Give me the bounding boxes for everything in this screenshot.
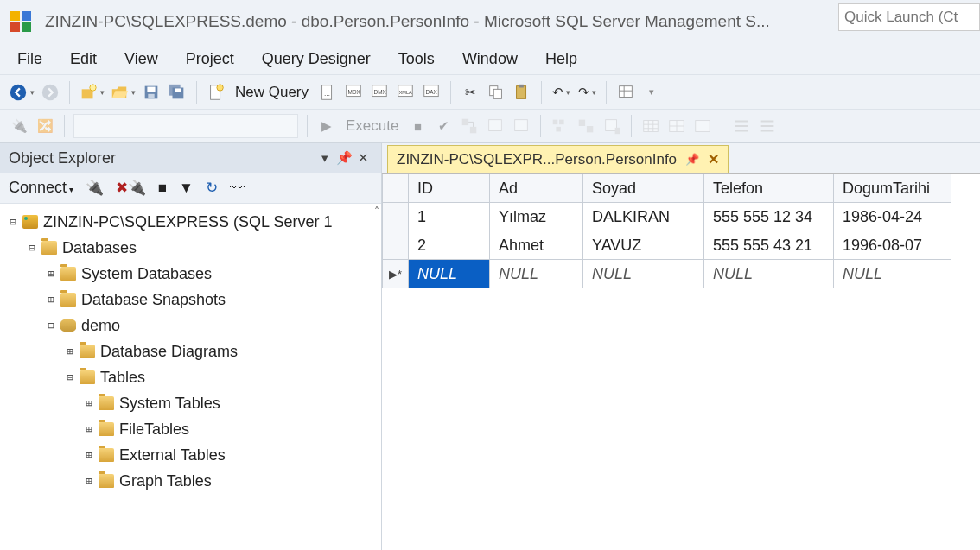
grid-new-row[interactable]: ▶* NULL NULL NULL NULL NULL xyxy=(383,260,951,288)
tree-server-node[interactable]: ZINZIN-PC\SQLEXPRESS (SQL Server 1 xyxy=(0,209,381,235)
panel-pin-icon[interactable]: 📌 xyxy=(334,150,353,166)
plan-icon-1 xyxy=(459,114,480,138)
menu-help[interactable]: Help xyxy=(533,47,589,72)
tree-external-tables-node[interactable]: External Tables xyxy=(0,442,381,468)
grid-corner xyxy=(383,174,409,203)
undo-button[interactable]: ↶ xyxy=(550,80,571,104)
change-connection-icon: 🔀 xyxy=(35,114,55,138)
menu-query-designer[interactable]: Query Designer xyxy=(250,47,383,72)
cell[interactable]: DALKIRAN xyxy=(583,203,704,231)
tree-graph-tables-node[interactable]: Graph Tables xyxy=(0,468,381,494)
tab-close-icon[interactable]: ✕ xyxy=(708,151,719,168)
nav-back-button[interactable] xyxy=(9,80,35,104)
col-header-dogumtarihi[interactable]: DogumTarihi xyxy=(834,174,951,203)
properties-button[interactable] xyxy=(615,80,636,104)
toolbar-main: New Query ⋯ MDX DMX XMLA DAX ✂ ↶ ↷ ▾ xyxy=(0,74,980,109)
cell-null[interactable]: NULL xyxy=(834,260,951,288)
menu-project[interactable]: Project xyxy=(174,47,246,72)
svg-rect-42 xyxy=(644,121,659,132)
col-header-id[interactable]: ID xyxy=(409,174,490,203)
cell[interactable]: 2 xyxy=(409,231,490,260)
tree-system-databases-node[interactable]: System Databases xyxy=(0,261,381,287)
new-query-label[interactable]: New Query xyxy=(232,84,312,101)
cell-null[interactable]: NULL xyxy=(704,260,834,288)
row-selector[interactable] xyxy=(383,203,409,231)
quick-launch-input[interactable] xyxy=(838,3,980,31)
menu-window[interactable]: Window xyxy=(450,47,530,72)
menu-edit[interactable]: Edit xyxy=(58,47,109,72)
cell[interactable]: 1 xyxy=(409,203,490,231)
save-button[interactable] xyxy=(141,80,162,104)
panel-close-icon[interactable]: ✕ xyxy=(353,150,372,166)
menu-view[interactable]: View xyxy=(112,47,170,72)
refresh-icon[interactable]: ↻ xyxy=(206,179,218,197)
row-selector[interactable] xyxy=(383,231,409,260)
svg-rect-38 xyxy=(579,120,585,126)
menu-file[interactable]: File xyxy=(5,47,54,72)
redo-button[interactable]: ↷ xyxy=(576,80,597,104)
svg-text:XMLA: XMLA xyxy=(399,89,412,94)
dmx-button[interactable]: DMX xyxy=(369,80,390,104)
activity-icon[interactable]: 〰 xyxy=(230,180,245,197)
new-query-button[interactable] xyxy=(206,80,226,104)
row-selector-new[interactable]: ▶* xyxy=(383,260,409,288)
menu-tools[interactable]: Tools xyxy=(386,47,447,72)
svg-point-7 xyxy=(90,84,96,90)
col-header-telefon[interactable]: Telefon xyxy=(704,174,834,203)
new-project-button[interactable] xyxy=(79,80,105,104)
panel-dropdown-icon[interactable]: ▾ xyxy=(315,150,334,166)
mdx-button[interactable]: MDX xyxy=(343,80,364,104)
copy-button[interactable] xyxy=(486,80,506,104)
save-all-button[interactable] xyxy=(167,80,188,104)
cell[interactable]: YAVUZ xyxy=(583,231,704,260)
open-button[interactable] xyxy=(110,80,136,104)
grid-row[interactable]: 2 Ahmet YAVUZ 555 555 43 21 1996-08-07 xyxy=(383,231,951,260)
more-icon[interactable]: ▾ xyxy=(641,80,662,104)
document-tabs: ZINZIN-PC\SQLEXPR...Person.PersonInfo 📌 … xyxy=(382,143,980,173)
nav-forward-button xyxy=(40,80,60,104)
cell[interactable]: 1986-04-24 xyxy=(834,203,951,231)
grid-row[interactable]: 1 Yılmaz DALKIRAN 555 555 12 34 1986-04-… xyxy=(383,203,951,231)
svg-text:DMX: DMX xyxy=(374,88,387,94)
cell-null[interactable]: NULL xyxy=(490,260,583,288)
tree-demo-node[interactable]: demo xyxy=(0,313,381,338)
connect-icon: 🔌 xyxy=(9,114,29,138)
tree-database-snapshots-node[interactable]: Database Snapshots xyxy=(0,287,381,313)
dax-button[interactable]: DAX xyxy=(421,80,442,104)
svg-rect-29 xyxy=(519,84,524,87)
connect-icon-2[interactable]: 🔌 xyxy=(86,179,104,197)
object-explorer-tree[interactable]: ˄ ZINZIN-PC\SQLEXPRESS (SQL Server 1 Dat… xyxy=(0,204,381,550)
col-header-soyad[interactable]: Soyad xyxy=(583,174,704,203)
tree-system-tables-node[interactable]: System Tables xyxy=(0,390,381,416)
cell[interactable]: Yılmaz xyxy=(490,203,583,231)
cut-button[interactable]: ✂ xyxy=(460,80,480,104)
cell[interactable]: Ahmet xyxy=(490,231,583,260)
connect-button[interactable]: Connect xyxy=(9,179,73,197)
data-grid[interactable]: ID Ad Soyad Telefon DogumTarihi 1 Yılmaz… xyxy=(382,173,980,288)
tree-label: System Tables xyxy=(119,395,220,413)
tree-file-tables-node[interactable]: FileTables xyxy=(0,416,381,442)
svg-rect-9 xyxy=(147,86,155,92)
svg-rect-34 xyxy=(515,120,528,131)
tab-pin-icon[interactable]: 📌 xyxy=(685,153,699,166)
cell[interactable]: 555 555 43 21 xyxy=(704,231,834,260)
cell[interactable]: 555 555 12 34 xyxy=(704,203,834,231)
cell-null[interactable]: NULL xyxy=(583,260,704,288)
tree-database-diagrams-node[interactable]: Database Diagrams xyxy=(0,338,381,364)
script-button-1[interactable]: ⋯ xyxy=(317,80,338,104)
tab-personinfo[interactable]: ZINZIN-PC\SQLEXPR...Person.PersonInfo 📌 … xyxy=(387,145,729,173)
tree-databases-node[interactable]: Databases xyxy=(0,235,381,261)
paste-button[interactable] xyxy=(512,80,532,104)
results-grid-icon xyxy=(640,114,661,138)
tree-label: FileTables xyxy=(119,420,189,439)
svg-rect-44 xyxy=(696,121,710,132)
tree-label: Database Diagrams xyxy=(100,343,238,361)
disconnect-icon[interactable]: ✖🔌 xyxy=(116,179,146,197)
cell[interactable]: 1996-08-07 xyxy=(834,231,951,260)
tree-scroll-up-icon[interactable]: ˄ xyxy=(374,205,379,218)
xmla-button[interactable]: XMLA xyxy=(395,80,416,104)
cell-null[interactable]: NULL xyxy=(409,260,490,288)
results-file-icon xyxy=(692,114,713,138)
tree-tables-node[interactable]: Tables xyxy=(0,364,381,390)
col-header-ad[interactable]: Ad xyxy=(490,174,583,203)
